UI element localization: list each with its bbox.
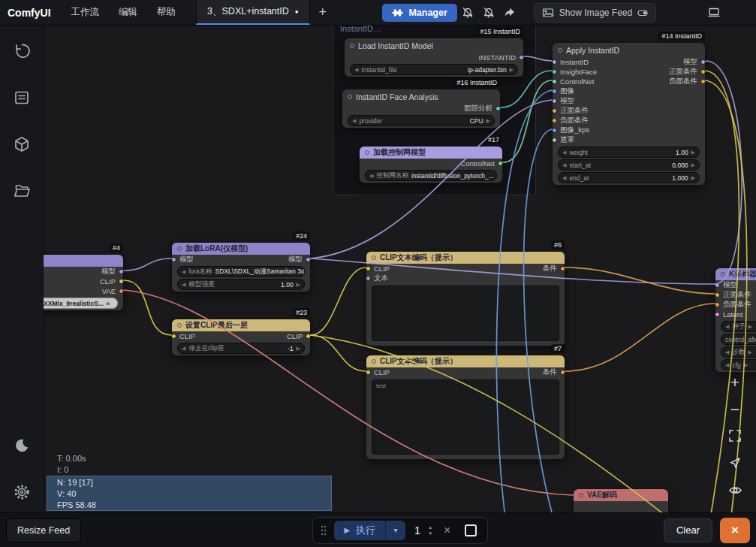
increment-arrow-icon[interactable]: ▶ [297,282,300,288]
collapse-dot-icon[interactable] [721,272,725,277]
decrement-arrow-icon[interactable]: ◀ [354,67,358,73]
node-widget[interactable]: ◀种子▶ [721,321,756,332]
input-port-dot[interactable] [552,89,557,94]
decrement-arrow-icon[interactable]: ◀ [182,269,185,275]
output-port-dot[interactable] [700,79,706,84]
bottom-panel-toggle-button[interactable] [703,7,724,18]
queue-prompt-button[interactable]: ▶ 执行 [334,524,385,537]
increment-arrow-icon[interactable]: ▶ [748,349,751,355]
node-widget[interactable]: ◀providerCPU▶ [348,115,495,126]
increment-arrow-icon[interactable]: ▶ [744,362,748,368]
zoom-in-button[interactable]: + [726,373,744,391]
input-port-dot[interactable] [552,69,557,74]
output-port-dot[interactable] [119,269,124,274]
node-widget[interactable]: ◀停止在clip层-1▶ [177,343,305,354]
output-port-dot[interactable] [560,266,565,271]
node-17[interactable]: #17加载控制网模型ControlNet◀控制网名称instantid/diff… [359,146,503,183]
input-port-dot[interactable] [366,370,371,375]
input-port-dot[interactable] [552,108,557,113]
node-widget[interactable]: ◀步数▶ [721,346,756,358]
output-port-dot[interactable] [306,257,311,262]
graph-canvas[interactable]: InstantID… #15 InstantIDLoad InstantID M… [0,0,756,547]
node-widget[interactable]: control_after_generate [721,334,756,345]
collapse-dot-icon[interactable] [348,95,352,99]
node-7[interactable]: #7CLIP文本编码（提示）CLIP条件test [366,355,565,460]
collapse-dot-icon[interactable] [177,323,182,328]
node-header[interactable]: VAE解码 [574,489,668,501]
increment-arrow-icon[interactable]: ▶ [486,118,490,124]
decrement-arrow-icon[interactable]: ◀ [562,175,566,181]
fit-view-button[interactable] [726,427,744,445]
node-widget[interactable]: ◀instantid_fileip-adapter.bin▶ [350,64,518,75]
output-port-dot[interactable] [306,334,311,339]
prompt-textarea[interactable] [372,286,559,341]
input-port-dot[interactable] [552,128,557,133]
share-button[interactable] [499,7,520,18]
node-widget[interactable]: ◀cfg▶ [721,359,756,370]
new-workflow-button[interactable]: + [310,5,336,20]
node-widget[interactable]: ◀weight1.00▶ [558,147,700,158]
node-header[interactable]: Load InstantID Model [345,38,523,53]
node-3[interactable]: K采样器模型正面条件负面条件Latent◀种子▶control_after_ge… [715,267,756,373]
node-header[interactable]: K采样器 [715,268,756,280]
output-port-dot[interactable] [498,161,503,166]
show-image-feed-toggle[interactable]: Show Image Feed [534,3,656,23]
collapse-dot-icon[interactable] [558,48,562,53]
node-header[interactable]: 加载控制网模型 [360,147,502,159]
zoom-out-button[interactable]: − [726,400,744,418]
output-port-dot[interactable] [519,55,524,60]
node-23[interactable]: #23设置CLIP最后一层CLIPCLIP◀停止在clip层-1▶ [171,319,311,356]
node-14[interactable]: #14 InstantIDApply InstantIDInstantID模型I… [552,42,706,186]
node-header[interactable]: 设置CLIP最后一层 [172,319,310,331]
toggle-visibility-button[interactable] [726,481,744,499]
output-port-dot[interactable] [700,59,706,65]
resize-feed-button[interactable]: Resize Feed [6,518,81,542]
batch-count-stepper[interactable]: ▲▼ [428,525,432,536]
node-header[interactable]: InstantID Face Analysis [342,89,500,104]
input-port-dot[interactable] [715,283,720,288]
mute-sound-button[interactable] [478,7,499,18]
decrement-arrow-icon[interactable]: ◀ [725,324,729,330]
node-header[interactable]: CLIP文本编码（提示） [366,252,565,264]
collapse-dot-icon[interactable] [579,493,583,497]
node-widget[interactable]: ◀控制网名称instantid/diffusion_pytorch_...▶ [365,170,497,181]
mute-notifications-button[interactable] [457,7,478,18]
increment-arrow-icon[interactable]: ▶ [691,162,695,168]
output-port-dot[interactable] [700,69,706,74]
select-mode-button[interactable] [726,454,744,472]
input-port-dot[interactable] [552,59,557,65]
node-header[interactable]: 加载LoRA(仅模型) [172,243,310,255]
increment-arrow-icon[interactable]: ▶ [691,175,695,181]
output-port-dot[interactable] [495,106,501,111]
decrement-arrow-icon[interactable]: ◀ [182,282,185,288]
stop-icon[interactable] [465,524,477,536]
menu-workflow[interactable]: 工作流 [62,6,110,19]
output-port-dot[interactable] [119,279,124,284]
input-port-dot[interactable] [552,98,557,104]
collapse-dot-icon[interactable] [365,150,369,155]
close-panel-button[interactable]: × [720,518,750,543]
node-15[interactable]: #15 InstantIDLoad InstantID ModelINSTANT… [344,38,524,77]
increment-arrow-icon[interactable]: ▶ [297,346,300,352]
cancel-run-button[interactable]: × [440,524,454,537]
decrement-arrow-icon[interactable]: ◀ [562,150,566,156]
increment-arrow-icon[interactable]: ▶ [107,301,110,307]
input-port-dot[interactable] [171,334,176,339]
settings-button[interactable] [12,482,32,502]
input-port-dot[interactable] [366,276,371,281]
increment-arrow-icon[interactable]: ▶ [748,324,751,330]
node-header[interactable]: CLIP文本编码（提示） [366,355,565,367]
node-header[interactable]: Apply InstantID [553,43,705,57]
node-widget[interactable]: ◀start_at0.000▶ [558,159,700,171]
input-port-dot[interactable] [715,292,720,298]
collapse-dot-icon[interactable] [372,359,376,364]
decrement-arrow-icon[interactable]: ◀ [182,346,185,352]
run-options-dropdown[interactable]: ▾ [385,521,405,540]
sidebar-models-button[interactable] [12,134,32,154]
theme-toggle-button[interactable] [12,436,32,455]
manager-button[interactable]: Manager [382,4,456,22]
node-6[interactable]: #6CLIP文本编码（提示）CLIP条件文本 [366,251,565,346]
decrement-arrow-icon[interactable]: ◀ [725,362,729,368]
input-port-dot[interactable] [715,312,720,317]
collapse-dot-icon[interactable] [177,246,182,251]
